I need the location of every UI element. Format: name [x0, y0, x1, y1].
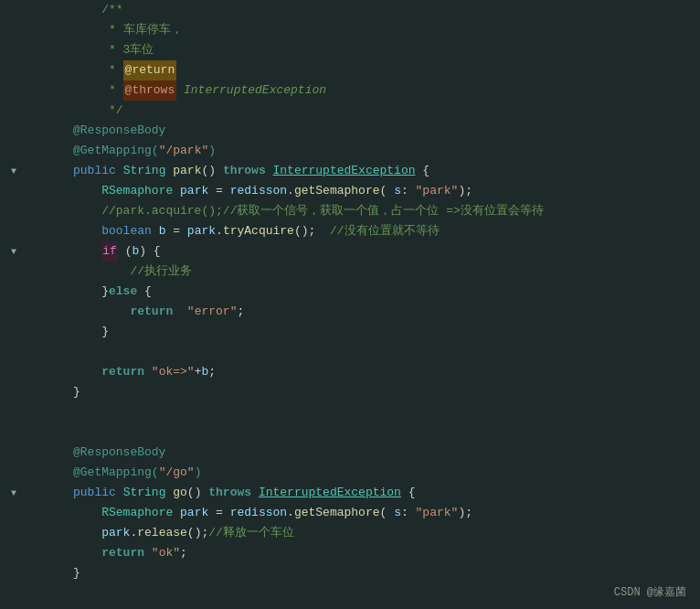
code-line: /**: [27, 0, 700, 20]
code-content: /** * 车库停车， * 3车位 * @return * @throws In…: [27, 0, 700, 609]
code-line: * @return: [27, 60, 700, 80]
code-line: //执行业务: [27, 262, 700, 282]
code-line: if (b) {: [27, 241, 700, 262]
code-line: @GetMapping("/go"): [27, 463, 700, 483]
code-line: * 3车位: [27, 40, 700, 60]
code-line: return "error";: [27, 302, 700, 322]
code-line: boolean b = park.tryAcquire(); //没有位置就不等…: [27, 221, 700, 241]
code-line: */: [27, 101, 700, 121]
code-line: @GetMapping("/park"): [27, 141, 700, 161]
fold-icon-25[interactable]: ▼: [7, 483, 20, 503]
code-line: RSemaphore park = redisson.getSemaphore(…: [27, 181, 700, 201]
code-line: }: [27, 563, 700, 583]
code-line: * 车库停车，: [27, 20, 700, 40]
code-line: @ResponseBody: [27, 121, 700, 141]
gutter: ▼ ▼ ▼: [0, 0, 27, 609]
code-line: [27, 342, 700, 362]
code-line: park.release();//释放一个车位: [27, 523, 700, 543]
code-line: public String go() throws InterruptedExc…: [27, 483, 700, 503]
code-line: //park.acquire();//获取一个信号，获取一个值，占一个位 =>没…: [27, 201, 700, 221]
code-line: * @throws InterruptedException: [27, 80, 700, 101]
code-line: }else {: [27, 282, 700, 302]
code-line: RSemaphore park = redisson.getSemaphore(…: [27, 503, 700, 523]
code-line: return "ok";: [27, 543, 700, 563]
code-line: }: [27, 322, 700, 342]
fold-icon-13[interactable]: ▼: [7, 241, 20, 262]
code-editor: ▼ ▼ ▼ /** * 车库停车，: [0, 0, 700, 609]
code-line: }: [27, 382, 700, 402]
watermark: CSDN @缘嘉菌: [614, 584, 686, 600]
code-line: [27, 422, 700, 443]
code-line: [27, 402, 700, 422]
code-line: @ResponseBody: [27, 443, 700, 463]
code-line: public String park() throws InterruptedE…: [27, 161, 700, 181]
fold-icon-9[interactable]: ▼: [7, 161, 20, 181]
code-line: return "ok=>"+b;: [27, 362, 700, 382]
